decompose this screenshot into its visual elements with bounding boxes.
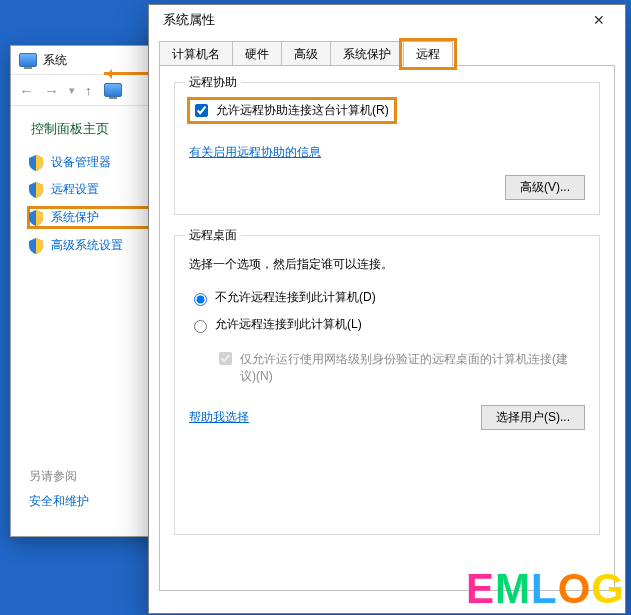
nav-forward-icon[interactable]: → <box>44 82 59 99</box>
tab-label: 高级 <box>294 47 318 61</box>
shield-icon <box>29 238 43 254</box>
group-legend: 远程协助 <box>185 74 241 91</box>
nla-checkbox-row: 仅允许运行使用网络级别身份验证的远程桌面的计算机连接(建议)(N) <box>215 351 585 385</box>
button-label: 选择用户(S)... <box>496 410 570 424</box>
shield-icon <box>29 155 43 171</box>
tab-label: 系统保护 <box>343 47 391 61</box>
dialog-titlebar: 系统属性 ✕ <box>149 5 625 35</box>
tab-panel-remote: 远程协助 允许远程协助连接这台计算机(R) 有关启用远程协助的信息 高级(V).… <box>159 65 615 591</box>
tab-advanced[interactable]: 高级 <box>281 41 331 66</box>
dialog-title: 系统属性 <box>163 11 215 29</box>
radio-dont-allow-row[interactable]: 不允许远程连接到此计算机(D) <box>189 289 585 306</box>
close-button[interactable]: ✕ <box>577 6 621 34</box>
nla-checkbox <box>219 352 232 365</box>
button-label: 高级(V)... <box>520 180 570 194</box>
allow-remote-assistance-label: 允许远程协助连接这台计算机(R) <box>216 102 389 119</box>
radio-allow-label: 允许远程连接到此计算机(L) <box>215 316 362 333</box>
radio-allow-row[interactable]: 允许远程连接到此计算机(L) <box>189 316 585 333</box>
tab-label: 远程 <box>416 47 440 61</box>
pc-icon <box>19 53 37 67</box>
close-icon: ✕ <box>593 12 605 28</box>
see-also-link[interactable]: 安全和维护 <box>29 493 89 510</box>
group-remote-assistance: 远程协助 允许远程协助连接这台计算机(R) 有关启用远程协助的信息 高级(V).… <box>174 82 600 215</box>
breadcrumb-pc-icon[interactable] <box>104 83 122 97</box>
tab-system-protection[interactable]: 系统保护 <box>330 41 404 66</box>
tab-hardware[interactable]: 硬件 <box>232 41 282 66</box>
tab-label: 硬件 <box>245 47 269 61</box>
help-me-choose-link[interactable]: 帮助我选择 <box>189 409 249 426</box>
group-legend: 远程桌面 <box>185 227 241 244</box>
radio-dont-allow[interactable] <box>194 293 207 306</box>
sidebar-link-label: 系统保护 <box>51 209 99 226</box>
radio-allow[interactable] <box>194 320 207 333</box>
remote-assistance-info-link[interactable]: 有关启用远程协助的信息 <box>189 144 321 161</box>
select-users-button[interactable]: 选择用户(S)... <box>481 405 585 430</box>
remote-desktop-description: 选择一个选项，然后指定谁可以连接。 <box>189 256 585 273</box>
tab-computer-name[interactable]: 计算机名 <box>159 41 233 66</box>
remote-assistance-advanced-button[interactable]: 高级(V)... <box>505 175 585 200</box>
shield-icon <box>29 182 43 198</box>
sidebar-link-label: 远程设置 <box>51 181 99 198</box>
allow-remote-assistance-row[interactable]: 允许远程协助连接这台计算机(R) <box>189 99 395 122</box>
tab-remote[interactable]: 远程 <box>403 41 453 66</box>
nav-up-icon[interactable]: ↑ <box>85 83 92 98</box>
system-properties-dialog: 系统属性 ✕ 计算机名 硬件 高级 系统保护 远程 远程协助 允许远程协助连接这… <box>148 4 626 614</box>
allow-remote-assistance-checkbox[interactable] <box>195 104 208 117</box>
nla-checkbox-label: 仅允许运行使用网络级别身份验证的远程桌面的计算机连接(建议)(N) <box>240 351 580 385</box>
sidebar-link-label: 设备管理器 <box>51 154 111 171</box>
see-also-section: 另请参阅 安全和维护 <box>29 468 89 510</box>
see-also-header: 另请参阅 <box>29 468 89 485</box>
group-remote-desktop: 远程桌面 选择一个选项，然后指定谁可以连接。 不允许远程连接到此计算机(D) 允… <box>174 235 600 535</box>
shield-icon <box>29 210 43 226</box>
tab-label: 计算机名 <box>172 47 220 61</box>
tab-strip: 计算机名 硬件 高级 系统保护 远程 <box>149 39 625 65</box>
sidebar-link-label: 高级系统设置 <box>51 237 123 254</box>
nav-back-icon[interactable]: ← <box>19 82 34 99</box>
control-panel-title: 系统 <box>43 52 67 69</box>
nav-history-dropdown-icon[interactable]: ▾ <box>69 84 75 97</box>
radio-dont-allow-label: 不允许远程连接到此计算机(D) <box>215 289 376 306</box>
